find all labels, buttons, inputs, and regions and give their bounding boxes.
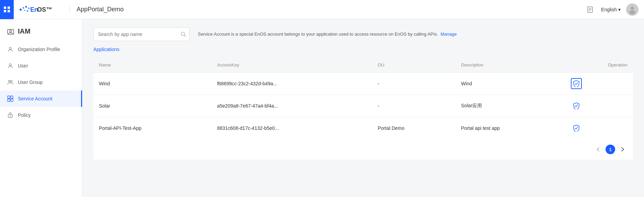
info-text-area: Service Account is a special EnOS accoun… [198,27,633,38]
pagination: 1 [93,139,633,160]
sidebar-item-policy[interactable]: Policy [0,107,82,123]
sidebar-title: IAM [0,19,82,41]
search-icon [181,31,186,37]
top-header: En OS™ AppPortal_Demo English ▾ [0,0,644,19]
svg-text:OS™: OS™ [37,6,52,13]
user-group-icon [7,79,14,86]
cell-description: Solar应用 [455,95,565,117]
search-area: Service Account is a special EnOS accoun… [93,27,633,41]
user-group-label: User Group [18,79,43,85]
svg-point-25 [10,115,11,116]
language-label: English [601,7,617,12]
svg-point-18 [9,80,10,82]
breadcrumb: Applications [93,47,633,52]
table-row: Solar a5e209a8-7e67-47a4-bf4a... - Solar… [93,95,633,117]
shield-check-icon-active[interactable] [571,78,582,89]
service-account-label: Service Account [18,96,52,101]
svg-point-2 [25,6,27,8]
cell-operation [565,117,633,139]
svg-rect-20 [8,96,10,98]
table-row: Wind f68699cc-23c2-432d-b49a... - Wind [93,73,633,95]
info-description: Service Account is a special EnOS accoun… [198,32,438,37]
svg-line-27 [184,35,186,37]
app-name: AppPortal_Demo [69,6,124,13]
lang-chevron-icon: ▾ [618,7,621,12]
enos-logo: En OS™ [18,4,63,15]
user-label: User [18,63,28,69]
col-description: Description [455,58,565,73]
org-profile-label: Organization Profile [18,47,60,52]
cell-ou: - [372,73,456,95]
documentation-icon[interactable] [585,4,596,15]
cell-description: Portal api test app [455,117,565,139]
cell-ou: Portal Demo [372,117,456,139]
cell-accesskey: a5e209a8-7e67-47a4-bf4a... [212,95,372,117]
sidebar-item-user-group[interactable]: User Group [0,74,82,90]
col-accesskey: AccessKey [212,58,372,73]
svg-rect-23 [11,99,13,101]
pagination-page-1[interactable]: 1 [606,145,615,154]
cell-accesskey: f68699cc-23c2-432d-b49a... [212,73,372,95]
svg-point-0 [20,9,22,11]
pagination-next[interactable] [618,145,628,154]
svg-rect-21 [11,96,13,98]
svg-point-1 [23,7,24,9]
col-ou: OU [372,58,456,73]
svg-point-19 [11,80,12,82]
grid-app-icon[interactable] [0,0,14,19]
shield-check-icon[interactable] [571,123,582,134]
cell-operation [565,73,633,95]
svg-point-3 [28,8,30,9]
svg-point-16 [9,47,11,49]
table-header: Name AccessKey OU Description Operation [93,58,633,73]
svg-point-4 [24,10,25,11]
main-content: Service Account is a special EnOS accoun… [82,19,644,197]
logo-area: En OS™ [18,4,63,15]
svg-rect-22 [8,99,10,101]
cell-name: Solar [93,95,212,117]
policy-icon [7,112,14,119]
col-name: Name [93,58,212,73]
search-input[interactable] [93,27,190,41]
pagination-prev[interactable] [593,145,603,154]
shield-check-icon[interactable] [571,100,582,111]
cell-operation [565,95,633,117]
applications-breadcrumb-link[interactable]: Applications [93,47,120,52]
table-body: Wind f68699cc-23c2-432d-b49a... - Wind S… [93,73,633,139]
user-avatar[interactable] [626,3,639,16]
iam-icon [7,27,14,36]
search-box [93,27,190,41]
policy-label: Policy [18,112,31,118]
service-account-icon [7,95,14,102]
table-container: Name AccessKey OU Description Operation … [93,58,633,160]
sidebar-item-org-profile[interactable]: Organization Profile [0,41,82,58]
col-operation: Operation [565,58,633,73]
svg-point-5 [27,10,28,12]
language-selector[interactable]: English ▾ [601,7,621,12]
cell-accesskey: 8831c608-d17c-4132-b5e0... [212,117,372,139]
cell-description: Wind [455,73,565,95]
sidebar: IAM Organization Profile User [0,19,82,197]
svg-point-13 [629,10,635,14]
cell-name: Wind [93,73,212,95]
sidebar-item-user[interactable]: User [0,58,82,74]
manage-link[interactable]: Manage [441,32,457,37]
table-row: Portal-API-Test-App 8831c608-d17c-4132-b… [93,117,633,139]
service-account-table: Name AccessKey OU Description Operation … [93,58,633,139]
cell-name: Portal-API-Test-App [93,117,212,139]
sidebar-item-service-account[interactable]: Service Account [0,90,82,107]
svg-point-17 [9,64,11,66]
cell-ou: - [372,95,456,117]
svg-point-12 [631,7,634,10]
user-icon [7,62,14,69]
svg-point-15 [10,30,12,32]
org-profile-icon [7,46,14,53]
